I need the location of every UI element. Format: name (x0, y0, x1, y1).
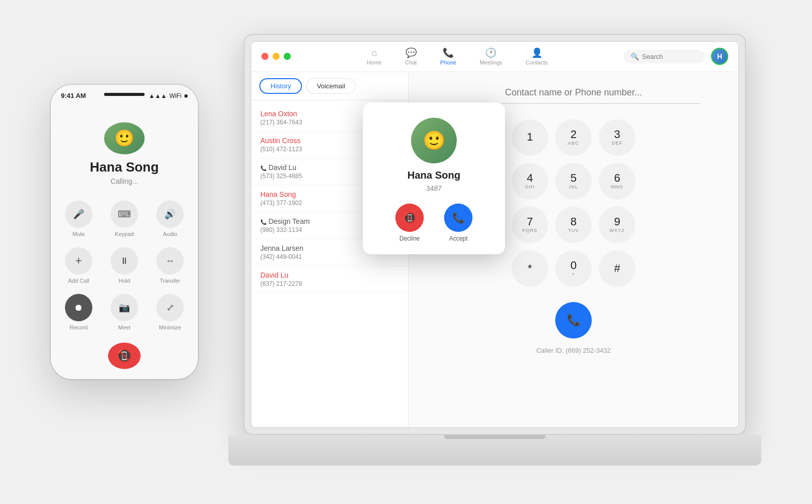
tab-phone[interactable]: 📞 Phone (436, 45, 460, 68)
hold-label: Hold (119, 278, 130, 284)
dial-btn-6[interactable]: 6 MNO (599, 163, 635, 199)
minimize-icon: ⤢ (156, 294, 184, 321)
dial-btn-9[interactable]: 9 WXYZ (599, 207, 635, 243)
search-box[interactable]: 🔍 (624, 50, 705, 63)
dial-num-5: 5 (570, 173, 577, 184)
call-item-david2[interactable]: David Lu (837) 217-2278 (251, 266, 408, 293)
tab-meetings[interactable]: 🕐 Meetings (476, 45, 506, 68)
minimize-label: Minimize (159, 324, 181, 330)
meetings-tab-label: Meetings (480, 59, 502, 65)
call-name-david1: 📞 David Lu (260, 163, 296, 172)
mobile-minimize-btn[interactable]: ⤢ Minimize (152, 294, 188, 330)
mobile-actions-grid: 🎤 Mute ⌨ Keypad 🔊 Audio + Add Call ⏸ (61, 200, 188, 330)
phone-tab-label: Phone (440, 59, 456, 65)
dial-num-7: 7 (527, 216, 533, 227)
maximize-window-button[interactable] (284, 53, 291, 60)
chat-icon: 💬 (405, 47, 417, 58)
call-actions: 📵 Decline 📞 Accept (395, 204, 472, 242)
laptop: ⌂ Home 💬 Chat 📞 Phone 🕐 (228, 24, 761, 465)
dial-alpha-0: + (572, 272, 575, 277)
home-tab-label: Home (367, 59, 382, 65)
call-name-david2: David Lu (260, 271, 288, 279)
call-item-header: David Lu (260, 271, 399, 279)
meet-label: Meet (118, 324, 130, 330)
tab-chat[interactable]: 💬 Chat (401, 45, 421, 68)
call-btn-icon: 📞 (567, 314, 581, 327)
search-input[interactable] (642, 53, 698, 60)
dial-btn-8[interactable]: 8 TUV (555, 207, 592, 243)
dial-num-hash: # (614, 263, 620, 274)
call-button[interactable]: 📞 (555, 302, 592, 339)
incoming-caller-avatar: 🙂 (411, 118, 457, 163)
dial-alpha-6: MNO (611, 184, 623, 189)
decline-label: Decline (399, 235, 420, 242)
phone-outgoing-icon2: 📞 (260, 219, 266, 225)
chat-tab-label: Chat (405, 59, 417, 65)
accept-button[interactable]: 📞 Accept (444, 204, 472, 242)
mobile-transfer-btn[interactable]: ↔ Transfer (152, 247, 188, 284)
mobile-audio-btn[interactable]: 🔊 Audio (152, 200, 188, 237)
mobile-keypad-btn[interactable]: ⌨ Keypad (107, 200, 142, 237)
dial-btn-hash[interactable]: # (599, 250, 635, 287)
mute-icon: 🎤 (65, 200, 92, 228)
call-name-austin: Austin Cross (260, 137, 300, 145)
dial-alpha-2: ABC (568, 141, 579, 146)
addcall-icon: + (65, 247, 92, 275)
mobile-caller-avatar: 🙂 (104, 122, 145, 155)
dial-btn-star[interactable]: * (512, 250, 548, 287)
dial-num-9: 9 (614, 216, 620, 227)
dial-num-6: 6 (614, 173, 620, 184)
mobile-hold-btn[interactable]: ⏸ Hold (107, 247, 142, 284)
scene: 9:41 AM ▲▲▲ WiFi ■ 🙂 Hana Song Calling..… (51, 24, 761, 481)
dial-btn-2[interactable]: 2 ABC (555, 119, 592, 156)
minimize-window-button[interactable] (273, 53, 280, 60)
dial-btn-5[interactable]: 5 JKL (555, 163, 592, 199)
tab-home[interactable]: ⌂ Home (363, 46, 386, 68)
dialpad-grid: 1 2 ABC 3 DEF (512, 119, 635, 287)
laptop-screen: ⌂ Home 💬 Chat 📞 Phone 🕐 (251, 41, 739, 428)
mobile-call-status: Calling... (111, 177, 138, 185)
dial-btn-7[interactable]: 7 PQRS (512, 207, 548, 243)
nav-tabs: ⌂ Home 💬 Chat 📞 Phone 🕐 (363, 45, 552, 68)
dial-btn-0[interactable]: 0 + (555, 250, 592, 287)
accept-icon: 📞 (444, 204, 472, 232)
phone-notch (104, 93, 145, 96)
user-avatar[interactable]: H (711, 48, 728, 65)
meetings-icon: 🕐 (485, 47, 496, 58)
call-number-david2: (837) 217-2278 (260, 280, 399, 287)
mobile-phone: 9:41 AM ▲▲▲ WiFi ■ 🙂 Hana Song Calling..… (51, 85, 198, 379)
decline-button[interactable]: 📵 Decline (395, 204, 424, 242)
mobile-addcall-btn[interactable]: + Add Call (61, 247, 96, 284)
call-name-jenna: Jenna Larsen (260, 244, 303, 252)
mobile-record-btn[interactable]: ⏺ Record (61, 294, 96, 330)
home-icon: ⌂ (371, 48, 377, 58)
phone-status-bar: 9:41 AM ▲▲▲ WiFi ■ (51, 85, 198, 107)
sidebar-tabs: History Voicemail (251, 72, 408, 100)
mobile-end-call-button[interactable]: 📵 (108, 343, 141, 368)
laptop-base (228, 435, 761, 465)
dial-alpha-7: PQRS (522, 228, 537, 233)
dial-btn-4[interactable]: 4 GHI (512, 163, 548, 199)
signal-icon: ▲▲▲ (149, 92, 167, 99)
mobile-mute-btn[interactable]: 🎤 Mute (61, 200, 96, 237)
audio-label: Audio (163, 231, 177, 237)
mobile-meet-btn[interactable]: 📷 Meet (107, 294, 142, 330)
dial-alpha-4: GHI (525, 184, 534, 189)
dial-num-2: 2 (570, 129, 577, 140)
call-name-design: 📞 Design Team (260, 217, 310, 225)
battery-icon: ■ (184, 92, 188, 99)
phone-time: 9:41 AM (61, 92, 86, 99)
dial-alpha-5: JKL (569, 184, 579, 189)
transfer-icon: ↔ (156, 247, 184, 275)
dial-alpha-8: TUV (568, 228, 579, 233)
wifi-icon: WiFi (170, 92, 182, 99)
contact-input[interactable] (447, 82, 700, 104)
voicemail-tab[interactable]: Voicemail (306, 78, 356, 94)
dial-btn-1[interactable]: 1 (512, 119, 548, 156)
close-window-button[interactable] (261, 53, 268, 60)
caller-id: Caller ID: (669) 252-3432 (536, 347, 611, 354)
dial-num-8: 8 (570, 216, 577, 227)
dial-btn-3[interactable]: 3 DEF (599, 119, 635, 156)
history-tab[interactable]: History (259, 78, 302, 94)
tab-contacts[interactable]: 👤 Contacts (522, 45, 552, 68)
